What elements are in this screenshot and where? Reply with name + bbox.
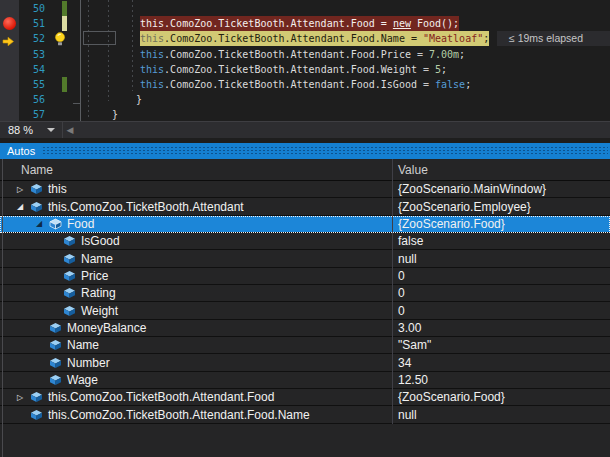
- autos-row[interactable]: Weight0: [0, 302, 610, 319]
- editor-line[interactable]: 57}: [0, 107, 610, 121]
- field-cube-icon: [63, 253, 76, 265]
- autos-row[interactable]: ▷this.ComoZoo.TicketBooth.Attendant.Food…: [0, 389, 610, 406]
- autos-row[interactable]: this.ComoZoo.TicketBooth.Attendant.Food.…: [0, 406, 610, 423]
- variable-name[interactable]: Wage: [67, 373, 98, 387]
- editor-line[interactable]: 51this.ComoZoo.TicketBooth.Attendant.Foo…: [0, 16, 610, 31]
- variable-name[interactable]: Name: [81, 252, 113, 266]
- variable-name[interactable]: Weight: [81, 304, 118, 318]
- column-header-value[interactable]: Value: [398, 159, 428, 181]
- code-text[interactable]: }: [136, 92, 142, 107]
- column-separator[interactable]: [392, 159, 393, 424]
- variable-value[interactable]: "Sam": [398, 338, 431, 352]
- code-token: =: [411, 49, 429, 60]
- track-changes-bar: [62, 77, 67, 92]
- lightbulb-icon[interactable]: [54, 32, 66, 46]
- variable-value[interactable]: {ZooScenario.Employee}: [398, 200, 531, 214]
- variable-name[interactable]: Number: [67, 356, 110, 370]
- editor-line[interactable]: 56}: [0, 92, 610, 107]
- autos-row[interactable]: ▷this{ZooScenario.MainWindow}: [0, 181, 610, 198]
- autos-row[interactable]: ◢this.ComoZoo.TicketBooth.Attendant{ZooS…: [0, 198, 610, 215]
- code-text[interactable]: this.ComoZoo.TicketBooth.Attendant.Food.…: [140, 77, 471, 92]
- field-cube-icon: [49, 322, 62, 334]
- variable-value[interactable]: 12.50: [398, 373, 428, 387]
- variable-value[interactable]: 3.00: [398, 321, 421, 335]
- autos-row[interactable]: Rating0: [0, 285, 610, 302]
- variable-value[interactable]: {ZooScenario.Food}: [398, 217, 505, 231]
- field-cube-icon: [49, 339, 62, 351]
- line-number: 56: [19, 92, 45, 107]
- field-cube-icon: [49, 374, 62, 386]
- field-cube-icon: [63, 305, 76, 317]
- track-changes-bar: [62, 1, 67, 16]
- code-token: 7.00m: [429, 49, 459, 60]
- code-text[interactable]: this.ComoZoo.TicketBooth.Attendant.Food.…: [140, 31, 489, 46]
- variable-name[interactable]: this: [48, 182, 67, 196]
- autos-row[interactable]: Number34: [0, 354, 610, 371]
- perf-tip-badge[interactable]: ≤ 19ms elapsed: [497, 31, 610, 46]
- editor-line[interactable]: 54this.ComoZoo.TicketBooth.Attendant.Foo…: [0, 62, 610, 77]
- editor-line[interactable]: 55this.ComoZoo.TicketBooth.Attendant.Foo…: [0, 77, 610, 92]
- variable-name[interactable]: Rating: [81, 286, 116, 300]
- variable-name[interactable]: this.ComoZoo.TicketBooth.Attendant.Food: [48, 390, 274, 404]
- editor-line[interactable]: 50: [0, 1, 610, 16]
- breakpoint-icon[interactable]: [3, 17, 16, 30]
- titlebar-grip-texture: [42, 146, 608, 156]
- code-editor[interactable]: 5051this.ComoZoo.TicketBooth.Attendant.F…: [0, 0, 610, 121]
- variable-name[interactable]: Food: [67, 217, 94, 231]
- autos-row[interactable]: Name"Sam": [0, 337, 610, 354]
- code-token: ;: [459, 49, 465, 60]
- autos-row[interactable]: Price0: [0, 268, 610, 285]
- current-statement-arrow-icon[interactable]: [2, 33, 15, 44]
- autos-row[interactable]: IsGoodfalse: [0, 233, 610, 250]
- horizontal-scrollbar[interactable]: [77, 122, 610, 138]
- code-text[interactable]: this.ComoZoo.TicketBooth.Attendant.Food …: [140, 16, 459, 31]
- code-token: .ComoZoo.TicketBooth.Attendant.Food.Weig…: [164, 64, 417, 75]
- field-cube-icon: [63, 235, 76, 247]
- line-number: 50: [19, 1, 45, 16]
- editor-line[interactable]: 53this.ComoZoo.TicketBooth.Attendant.Foo…: [0, 47, 610, 62]
- variable-name[interactable]: Price: [81, 269, 108, 283]
- code-text[interactable]: }: [112, 107, 118, 121]
- expander-expanded-icon[interactable]: ◢: [36, 219, 49, 228]
- autos-row[interactable]: Wage12.50: [0, 372, 610, 389]
- debug-outline-box: [83, 31, 116, 45]
- autos-title-bar[interactable]: Autos: [0, 143, 610, 159]
- variable-value[interactable]: {ZooScenario.MainWindow}: [398, 182, 546, 196]
- code-text[interactable]: this.ComoZoo.TicketBooth.Attendant.Food.…: [140, 62, 447, 77]
- variable-value[interactable]: 34: [398, 356, 411, 370]
- scroll-left-arrow-icon[interactable]: ◀: [63, 125, 77, 135]
- autos-rows: ▷this{ZooScenario.MainWindow}◢this.ComoZ…: [0, 181, 610, 424]
- variable-value[interactable]: 0: [398, 304, 405, 318]
- variable-value[interactable]: 0: [398, 286, 405, 300]
- line-number: 53: [19, 47, 45, 62]
- variable-value[interactable]: {ZooScenario.Food}: [398, 390, 505, 404]
- variable-value[interactable]: null: [398, 252, 417, 266]
- variable-name[interactable]: this.ComoZoo.TicketBooth.Attendant.Food.…: [48, 408, 310, 422]
- variable-name[interactable]: MoneyBalance: [67, 321, 146, 335]
- code-token: this.ComoZoo.TicketBooth.Attendant.Food …: [140, 18, 393, 29]
- variable-name[interactable]: this.ComoZoo.TicketBooth.Attendant: [48, 200, 244, 214]
- autos-row[interactable]: MoneyBalance3.00: [0, 320, 610, 337]
- code-token: this: [140, 49, 164, 60]
- variable-name[interactable]: IsGood: [81, 234, 120, 248]
- variable-value[interactable]: 0: [398, 269, 405, 283]
- editor-bottom-bar: 88 % ◀: [0, 121, 610, 138]
- code-token: =: [417, 79, 435, 90]
- zoom-level-select[interactable]: 88 %: [0, 122, 62, 138]
- variable-value[interactable]: null: [398, 408, 417, 422]
- expander-collapsed-icon[interactable]: ▷: [17, 393, 30, 402]
- panel-left-border: [2, 159, 3, 457]
- field-cube-icon: [63, 270, 76, 282]
- variable-name[interactable]: Name: [67, 338, 99, 352]
- autos-row[interactable]: ◢Food{ZooScenario.Food}: [0, 216, 610, 233]
- code-token: ;: [441, 64, 447, 75]
- expander-collapsed-icon[interactable]: ▷: [17, 185, 30, 194]
- code-token: this: [140, 64, 164, 75]
- variable-value[interactable]: false: [398, 234, 423, 248]
- expander-expanded-icon[interactable]: ◢: [17, 202, 30, 211]
- code-token: .ComoZoo.TicketBooth.Attendant.Food.IsGo…: [164, 79, 417, 90]
- autos-row[interactable]: Namenull: [0, 250, 610, 267]
- column-header-name[interactable]: Name: [21, 159, 53, 181]
- code-token: ;: [483, 33, 489, 44]
- code-text[interactable]: this.ComoZoo.TicketBooth.Attendant.Food.…: [140, 47, 465, 62]
